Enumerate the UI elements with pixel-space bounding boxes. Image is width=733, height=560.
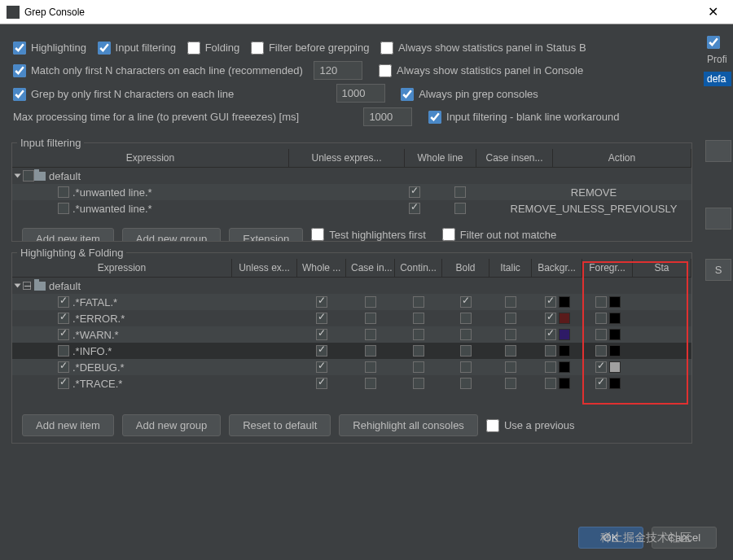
highlight-row[interactable]: .*FATAL.* (12, 294, 691, 310)
bg-swatch[interactable] (559, 345, 570, 357)
checkbox-cell[interactable] (545, 296, 556, 308)
close-icon[interactable]: ✕ (700, 4, 726, 20)
fg-swatch[interactable] (609, 313, 621, 324)
group-row[interactable]: default (12, 168, 691, 184)
checkbox-cell[interactable] (365, 313, 376, 324)
checkbox-cell[interactable] (316, 361, 327, 373)
fg-swatch[interactable] (609, 378, 621, 389)
rehighlight-button[interactable]: Rehighlight all consoles (339, 414, 478, 436)
checkbox-cell[interactable] (413, 329, 424, 340)
checkbox-cell[interactable] (413, 296, 424, 308)
checkbox-cell[interactable] (365, 345, 376, 357)
folding-checkbox[interactable]: Folding (187, 37, 240, 59)
col-whole[interactable]: Whole ... (297, 259, 346, 277)
checkbox-cell[interactable] (595, 313, 607, 324)
checkbox-cell[interactable] (454, 203, 466, 214)
checkbox-cell[interactable] (409, 203, 420, 214)
expand-icon[interactable] (15, 174, 21, 178)
side-btn-2[interactable] (705, 208, 731, 230)
checkbox-cell[interactable] (505, 329, 516, 340)
checkbox-cell[interactable] (58, 203, 69, 214)
expand-icon[interactable] (15, 284, 21, 288)
use-previous-checkbox[interactable]: Use a previous (486, 419, 575, 432)
ok-button[interactable]: OK 稀土掘金技术社区 (578, 527, 643, 549)
filter-out-checkbox[interactable]: Filter out not matche (442, 228, 557, 241)
checkbox-cell[interactable] (545, 361, 556, 373)
highlight-row[interactable]: .*ERROR.* (12, 310, 691, 326)
checkbox-cell[interactable] (545, 329, 556, 340)
filter-row[interactable]: .*unwanted line.* REMOVE (12, 184, 691, 200)
checkbox-cell[interactable] (505, 345, 516, 357)
if-add-group-button[interactable]: Add new group (122, 228, 221, 241)
checkbox-cell[interactable] (454, 186, 466, 198)
fg-swatch[interactable] (609, 329, 621, 340)
checkbox-cell[interactable] (595, 345, 607, 357)
checkbox-cell[interactable] (595, 361, 607, 373)
checkbox-cell[interactable] (505, 296, 516, 308)
checkbox-cell[interactable] (58, 296, 69, 308)
checkbox-cell[interactable] (413, 361, 424, 373)
col-contin[interactable]: Contin... (395, 259, 442, 277)
bg-swatch[interactable] (559, 378, 570, 389)
checkbox-cell[interactable] (58, 361, 69, 373)
checkbox-cell[interactable] (595, 378, 607, 389)
checkbox-cell[interactable] (595, 329, 607, 340)
col-unless[interactable]: Unless ex... (232, 259, 297, 277)
bg-swatch[interactable] (559, 296, 570, 308)
checkbox-cell[interactable] (365, 329, 376, 340)
max-time-input[interactable] (363, 107, 412, 126)
always-status-checkbox[interactable]: Always show statistics panel in Status B (380, 37, 586, 59)
filter-row[interactable]: .*unwanted line.* REMOVE_UNLESS_PREVIOUS… (12, 200, 691, 217)
bg-swatch[interactable] (559, 329, 570, 340)
checkbox-cell[interactable] (505, 378, 516, 389)
checkbox-cell[interactable] (460, 345, 472, 357)
match-first-n-input[interactable] (314, 61, 362, 80)
highlight-row[interactable]: .*DEBUG.* (12, 359, 691, 375)
col-whole[interactable]: Whole line (405, 149, 476, 167)
col-bg[interactable]: Backgr... (532, 259, 582, 277)
checkbox-cell[interactable] (58, 345, 69, 357)
highlight-row[interactable]: .*TRACE.* (12, 375, 691, 392)
hl-add-item-button[interactable]: Add new item (22, 414, 114, 436)
checkbox-cell[interactable] (460, 329, 472, 340)
col-case[interactable]: Case in... (346, 259, 395, 277)
col-italic[interactable]: Italic (489, 259, 532, 277)
highlighting-checkbox[interactable]: Highlighting (13, 37, 86, 59)
hl-add-group-button[interactable]: Add new group (122, 414, 221, 436)
always-pin-checkbox[interactable]: Always pin grep consoles (401, 83, 538, 106)
checkbox-cell[interactable] (413, 313, 424, 324)
checkbox-cell[interactable] (460, 378, 472, 389)
checkbox-cell[interactable] (316, 345, 327, 357)
if-extension-button[interactable]: Extension (229, 228, 303, 241)
filter-before-checkbox[interactable]: Filter before grepping (251, 37, 370, 59)
side-checkbox[interactable] (707, 36, 733, 49)
checkbox-cell[interactable] (545, 378, 556, 389)
group-row[interactable]: default (12, 278, 691, 294)
side-btn-1[interactable] (705, 140, 731, 162)
side-s-button[interactable]: S (705, 259, 731, 281)
checkbox-cell[interactable] (58, 378, 69, 389)
cancel-button[interactable]: Cancel (652, 527, 717, 549)
checkbox-cell[interactable] (460, 296, 472, 308)
checkbox-cell[interactable] (413, 378, 424, 389)
grep-first-n-input[interactable] (336, 84, 385, 103)
col-unless[interactable]: Unless expres... (289, 149, 405, 167)
bg-swatch[interactable] (559, 361, 570, 373)
checkbox-cell[interactable] (595, 296, 607, 308)
checkbox-cell[interactable] (460, 361, 472, 373)
checkbox-cell[interactable] (545, 345, 556, 357)
checkbox-cell[interactable] (365, 361, 376, 373)
blank-line-checkbox[interactable]: Input filtering - blank line workaround (428, 106, 619, 129)
fg-swatch[interactable] (609, 345, 621, 357)
checkbox-cell[interactable] (545, 313, 556, 324)
if-add-item-button[interactable]: Add new item (22, 228, 114, 241)
col-sta[interactable]: Sta (633, 259, 691, 277)
checkbox-cell[interactable] (460, 313, 472, 324)
collapse-icon[interactable] (23, 282, 31, 290)
checkbox-cell[interactable] (58, 313, 69, 324)
input-filtering-checkbox[interactable]: Input filtering (98, 37, 176, 59)
fg-swatch[interactable] (609, 361, 621, 373)
col-expression[interactable]: Expression (12, 259, 232, 277)
checkbox-cell[interactable] (365, 378, 376, 389)
col-fg[interactable]: Foregr... (582, 259, 633, 277)
